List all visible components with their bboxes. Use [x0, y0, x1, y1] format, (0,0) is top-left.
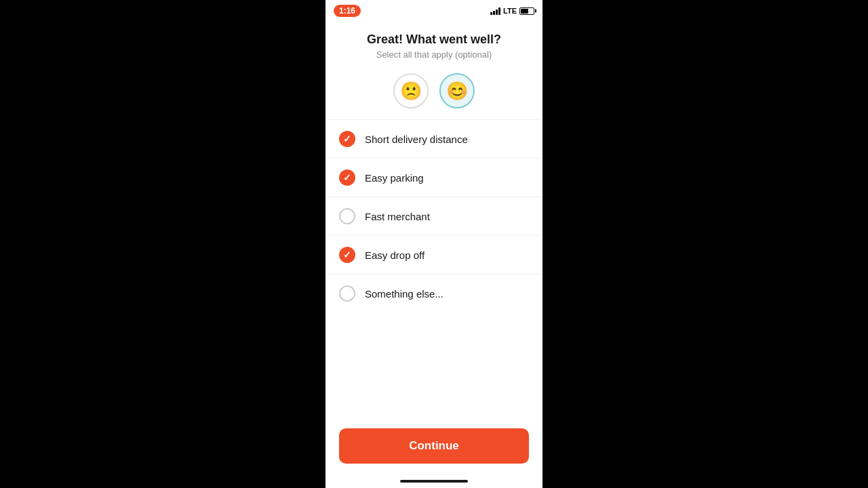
home-bar	[400, 480, 468, 483]
time-display: 1:16	[334, 5, 361, 17]
sad-emoji-button[interactable]: 🙁	[393, 73, 429, 108]
checkbox-short-delivery-distance[interactable]: ✓	[339, 131, 355, 147]
status-bar: 1:16 LTE	[326, 0, 542, 22]
checkbox-fast-merchant[interactable]	[339, 208, 355, 224]
checkbox-easy-parking[interactable]: ✓	[339, 169, 355, 186]
phone-screen: 1:16 LTE Great! What went well? Select a…	[326, 0, 542, 488]
lte-label: LTE	[503, 7, 517, 15]
page-subtitle: Select all that apply (optional)	[339, 49, 529, 60]
main-content: Great! What went well? Select all that a…	[326, 22, 542, 488]
option-label-something-else: Something else...	[365, 288, 443, 300]
battery-fill	[521, 9, 528, 14]
happy-emoji-button[interactable]: 😊	[439, 73, 475, 108]
option-something-else[interactable]: Something else...	[326, 274, 542, 312]
checkbox-easy-drop-off[interactable]: ✓	[339, 247, 355, 263]
checkmark-icon: ✓	[343, 134, 351, 144]
home-indicator	[326, 480, 542, 488]
emoji-selector: 🙁 😊	[326, 65, 542, 119]
checkmark-icon-2: ✓	[343, 172, 351, 183]
battery-icon	[519, 7, 534, 15]
option-label-easy-parking: Easy parking	[365, 172, 424, 184]
checkmark-icon-3: ✓	[343, 249, 351, 260]
option-label-fast-merchant: Fast merchant	[365, 211, 430, 222]
signal-icon	[490, 7, 500, 15]
option-easy-parking[interactable]: ✓ Easy parking	[326, 159, 542, 197]
option-label-easy-drop-off: Easy drop off	[365, 249, 425, 261]
footer-section: Continue	[326, 418, 542, 480]
page-title: Great! What went well?	[339, 33, 529, 47]
continue-button[interactable]: Continue	[339, 428, 529, 464]
status-icons: LTE	[490, 7, 534, 15]
option-fast-merchant[interactable]: Fast merchant	[326, 197, 542, 236]
options-list: ✓ Short delivery distance ✓ Easy parking…	[326, 120, 542, 418]
option-easy-drop-off[interactable]: ✓ Easy drop off	[326, 236, 542, 274]
option-short-delivery-distance[interactable]: ✓ Short delivery distance	[326, 120, 542, 159]
checkbox-something-else[interactable]	[339, 285, 355, 302]
option-label-short-delivery-distance: Short delivery distance	[365, 134, 468, 145]
header-section: Great! What went well? Select all that a…	[326, 22, 542, 65]
